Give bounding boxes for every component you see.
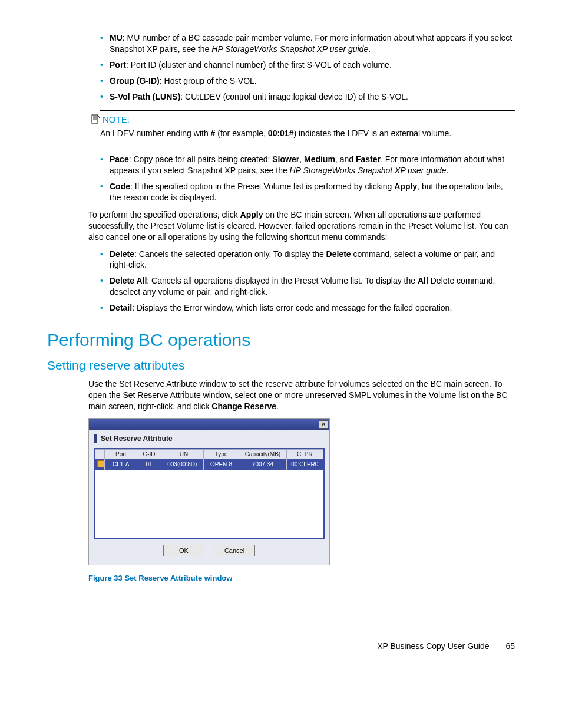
command-list: Delete: Cancels the selected operation o… [88,249,515,314]
term: Pace [110,154,129,164]
col-port[interactable]: Port [105,449,137,459]
col-clpr[interactable]: CLPR [286,449,323,459]
col-lun[interactable]: LUN [161,449,203,459]
cell-type: OPEN-8 [203,459,239,470]
list-item: Code: If the specified option in the Pre… [100,181,515,203]
col-type[interactable]: Type [203,449,239,459]
note-text: An LDEV number ending with # (for exampl… [100,127,515,144]
cell-capacity: 7007.34 [239,459,286,470]
note-block: NOTE: An LDEV number ending with # (for … [100,110,515,144]
ok-button[interactable]: OK [163,545,204,556]
text: : Host group of the S-VOL. [160,76,257,85]
cancel-button[interactable]: Cancel [214,545,255,556]
text: : Port ID (cluster and channel number) o… [126,60,392,70]
definition-list-top: MU: MU number of a BC cascade pair membe… [88,32,515,102]
set-reserve-attribute-window: ✕ Set Reserve Attribute [88,418,330,565]
term: MU [110,33,123,42]
list-item: S-Vol Path (LUNS): CU:LDEV (control unit… [100,91,515,103]
heading-setting-reserve: Setting reserve attributes [47,358,515,373]
term: Group (G-ID) [110,76,160,85]
paragraph: To perform the specified operations, cli… [88,209,515,243]
list-item: Delete All: Cancels all operations displ… [100,275,515,298]
term: Delete All [110,276,147,285]
cell-lun: 003(00:8D) [161,459,203,470]
note-icon [87,114,103,124]
term: S-Vol Path (LUNS) [110,92,180,101]
text: : CU:LDEV (control unit image:logical de… [180,92,408,101]
term: Delete [110,249,134,259]
col-gid[interactable]: G-ID [137,449,161,459]
term: Port [110,60,126,70]
heading-performing-bc: Performing BC operations [47,330,515,350]
footer-title: XP Business Copy User Guide [377,641,489,651]
list-item: Delete: Cancels the selected operation o… [100,249,515,271]
col-capacity[interactable]: Capacity(MB) [239,449,286,459]
volume-grid: Port G-ID LUN Type Capacity(MB) CLPR CL1… [94,448,325,539]
cell-gid: 01 [137,459,161,470]
text: . [368,44,371,54]
cell-clpr: 00:CLPR0 [286,459,323,470]
window-titlebar: ✕ [89,419,329,430]
list-item: MU: MU number of a BC cascade pair membe… [100,32,515,55]
page-number: 65 [505,641,515,651]
accent-bar [94,434,97,443]
page-footer: XP Business Copy User Guide 65 [88,641,515,651]
table-row[interactable]: CL1-A 01 003(00:8D) OPEN-8 7007.34 00:CL… [95,459,323,470]
close-icon[interactable]: ✕ [319,420,328,429]
term: Detail [110,303,132,312]
definition-list-mid: Pace: Copy pace for all pairs being crea… [88,154,515,203]
figure-caption: Figure 33 Set Reserve Attribute window [88,574,515,582]
italic-ref: HP StorageWorks Snapshot XP user guide [211,44,368,54]
window-subtitle: Set Reserve Attribute [101,434,173,443]
list-item: Detail: Displays the Error window, which… [100,302,515,314]
term: Code [110,182,130,191]
list-item: Pace: Copy pace for all pairs being crea… [100,154,515,176]
divider [100,144,515,144]
volume-icon [97,460,104,467]
note-label: NOTE: [103,114,130,124]
paragraph: Use the Set Reserve Attribute window to … [88,378,515,412]
list-item: Group (G-ID): Host group of the S-VOL. [100,75,515,87]
cell-port: CL1-A [105,459,137,470]
table-header-row: Port G-ID LUN Type Capacity(MB) CLPR [95,449,323,459]
button-row: OK Cancel [94,545,325,556]
list-item: Port: Port ID (cluster and channel numbe… [100,60,515,71]
window-subtitle-row: Set Reserve Attribute [94,434,325,443]
